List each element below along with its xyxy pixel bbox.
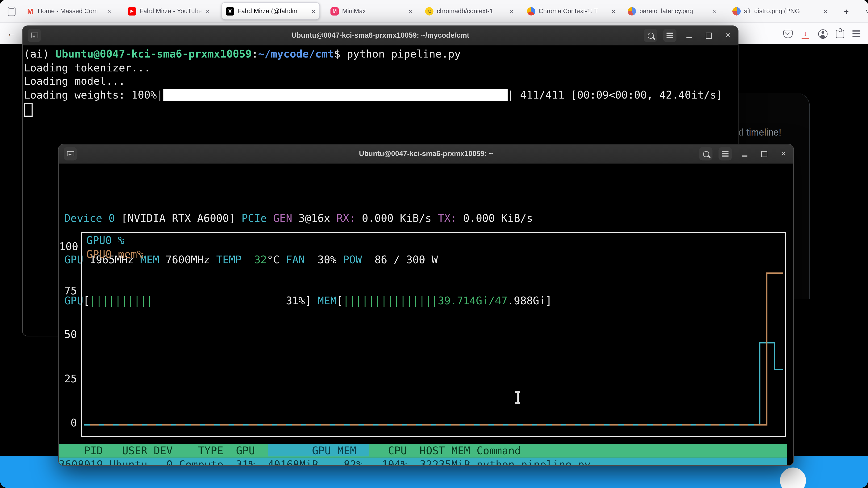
huggingface-favicon	[425, 7, 433, 15]
progress-bar	[163, 89, 507, 101]
container-tabs-button[interactable]	[4, 4, 19, 18]
terminal1-controls: ×	[644, 29, 735, 42]
tab-close-icon[interactable]: ×	[509, 7, 514, 15]
tab-title: chromadb/context-1	[437, 8, 507, 14]
hamburger-icon	[666, 33, 673, 34]
tab-title: sft_distro.png (PNG	[744, 8, 820, 14]
process-table-header: PID USER DEV TYPE GPU GPU MEM CPU HOST M…	[59, 444, 787, 457]
tab-chroma-context[interactable]: Chroma Context-1: T ×	[523, 3, 619, 19]
account-icon[interactable]	[818, 29, 828, 38]
back-button[interactable]: ←	[2, 24, 21, 43]
y-axis-tick: 75	[59, 284, 77, 297]
legend-gpu-percent: GPU0 %	[86, 233, 124, 247]
tab-title: MiniMax	[342, 8, 405, 14]
chroma-favicon	[527, 7, 535, 15]
y-axis-tick: 100	[59, 239, 77, 253]
terminal-maximize-button[interactable]	[702, 29, 715, 42]
terminal-minimize-button[interactable]	[683, 29, 696, 42]
toolbar-icon-cluster: ↓	[783, 29, 860, 38]
image-favicon	[628, 7, 636, 15]
screen: Home - Massed Com × Fahd Mirza - YouTube…	[0, 0, 868, 488]
y-axis-tick: 25	[59, 372, 77, 385]
tab-close-icon[interactable]: ×	[824, 7, 828, 15]
tab-minimax[interactable]: MiniMax ×	[327, 3, 416, 19]
x-favicon	[226, 7, 234, 15]
terminal-cursor	[24, 103, 33, 117]
text-cursor	[517, 392, 519, 403]
tab-title: Home - Massed Com	[38, 8, 104, 14]
tab-close-icon[interactable]: ×	[408, 7, 412, 15]
progress-line: Loading weights: 100%| | 411/411 [00:09<…	[24, 88, 738, 102]
terminal-search-button[interactable]	[699, 147, 712, 160]
tab-close-icon[interactable]: ×	[206, 7, 210, 15]
search-icon	[647, 32, 654, 38]
terminal-close-button[interactable]: ×	[777, 147, 790, 160]
terminal1-output[interactable]: (ai) Ubuntu@0047-kci-sma6-prxmx10059:~/m…	[23, 45, 738, 117]
white-dot	[780, 467, 806, 488]
tab-close-icon[interactable]: ×	[712, 7, 716, 15]
list-all-tabs-button[interactable]: ∨	[860, 4, 868, 18]
output-line: Loading tokenizer...	[24, 61, 738, 74]
tab-youtube[interactable]: Fahd Mirza - YouTube ×	[124, 3, 214, 19]
menu-icon[interactable]	[852, 30, 860, 32]
y-axis-tick: 0	[59, 416, 77, 430]
tab-close-icon[interactable]: ×	[311, 7, 316, 15]
maximize-icon	[706, 32, 712, 38]
close-icon: ×	[781, 150, 786, 158]
tab-x-fahd-mirza-active[interactable]: Fahd Mirza (@fahdm ×	[221, 2, 320, 20]
maximize-icon	[761, 151, 767, 157]
terminal-window-nvtop: Ubuntu@0047-kci-sma6-prxmx10059: ~ ×	[58, 144, 794, 466]
timeline-card-text: d timeline!	[739, 127, 781, 138]
terminal-minimize-button[interactable]	[738, 147, 751, 160]
tab-title: pareto_latency.png	[640, 8, 710, 14]
shell-prompt-line: (ai) Ubuntu@0047-kci-sma6-prxmx10059:~/m…	[24, 47, 738, 61]
output-line: Loading model...	[24, 74, 738, 88]
process-row-selected: 3608019 Ubuntu 0 Compute 31% 40168MiB 82…	[59, 457, 787, 466]
container-tabs-icon	[8, 6, 16, 16]
tab-title: Fahd Mirza - YouTube	[140, 8, 203, 14]
terminal2-titlebar[interactable]: Ubuntu@0047-kci-sma6-prxmx10059: ~ ×	[59, 144, 793, 164]
extensions-icon[interactable]	[836, 30, 844, 38]
device-info-line: Device 0 [NVIDIA RTX A6000] PCIe GEN 3@1…	[64, 212, 552, 225]
terminal-menu-button[interactable]	[663, 29, 677, 42]
terminal2-title: Ubuntu@0047-kci-sma6-prxmx10059: ~	[59, 144, 793, 163]
minimax-favicon	[331, 7, 339, 15]
close-icon: ×	[725, 31, 731, 40]
tab-home-massed[interactable]: Home - Massed Com ×	[22, 3, 115, 19]
terminal2-controls: ×	[699, 147, 790, 160]
terminal-menu-button[interactable]	[718, 147, 732, 160]
terminal1-title: Ubuntu@0047-kci-sma6-prxmx10059: ~/mycod…	[23, 26, 738, 45]
hamburger-icon	[722, 151, 728, 152]
terminal1-titlebar[interactable]: Ubuntu@0047-kci-sma6-prxmx10059: ~/mycod…	[23, 26, 738, 45]
tab-close-icon[interactable]: ×	[611, 7, 616, 15]
terminal-close-button[interactable]: ×	[721, 29, 735, 42]
download-icon[interactable]: ↓	[801, 30, 810, 37]
tab-sft-distro-png[interactable]: sft_distro.png (PNG ×	[728, 3, 832, 19]
browser-tab-bar: Home - Massed Com × Fahd Mirza - YouTube…	[0, 0, 868, 22]
terminal-search-button[interactable]	[644, 29, 657, 42]
new-tab-button[interactable]: +	[839, 4, 854, 18]
y-axis-tick: 50	[59, 327, 77, 341]
minimize-icon	[742, 156, 747, 157]
gmail-favicon	[26, 7, 34, 15]
search-icon	[703, 151, 709, 157]
progress-info: | 411/411 [00:09<00:00, 42.40it/s]	[507, 88, 723, 102]
legend-gpu-mem-percent: GPU0 mem%	[86, 247, 144, 261]
tab-title: Chroma Context-1: T	[539, 8, 609, 14]
minimize-icon	[686, 37, 692, 38]
tab-pareto-latency-png[interactable]: pareto_latency.png ×	[624, 3, 720, 19]
pocket-icon[interactable]	[783, 30, 793, 38]
tab-chromadb-context[interactable]: chromadb/context-1 ×	[421, 3, 518, 19]
gpu-utilization-chart: GPU0 % GPU0 mem%	[81, 232, 786, 437]
tab-title: Fahd Mirza (@fahdm	[238, 8, 309, 14]
chart-lines	[82, 233, 785, 436]
process-table: PID USER DEV TYPE GPU GPU MEM CPU HOST M…	[59, 444, 787, 466]
progress-label: Loading weights: 100%|	[24, 88, 163, 102]
image-favicon	[733, 7, 741, 15]
tab-close-icon[interactable]: ×	[107, 7, 111, 15]
terminal-maximize-button[interactable]	[757, 147, 771, 160]
youtube-favicon	[128, 7, 136, 15]
